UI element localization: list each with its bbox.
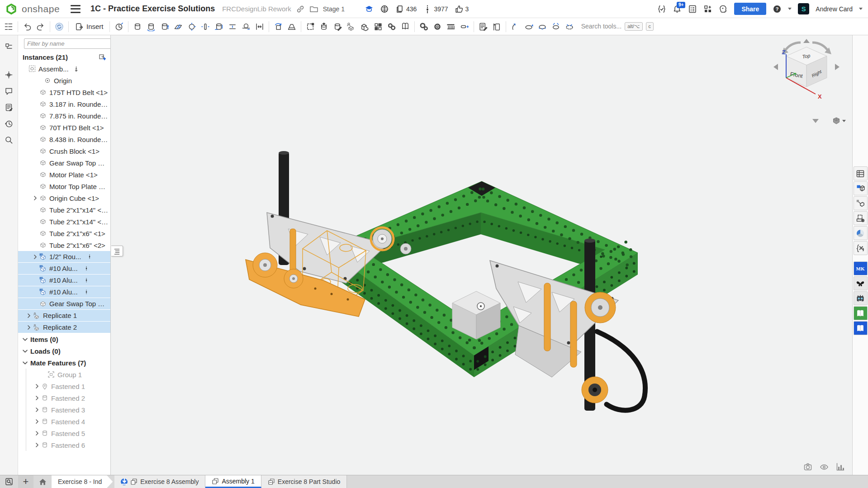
comments-icon[interactable]: [2, 84, 16, 98]
tab-exercise-8-part-studio[interactable]: Exercise 8 Part Studio: [261, 475, 347, 488]
tree-item[interactable]: Fastened 3: [26, 404, 110, 416]
ai-assistant-icon[interactable]: [719, 5, 728, 14]
instances-panel-icon[interactable]: [2, 40, 16, 53]
help-caret-icon[interactable]: [788, 8, 792, 10]
mate-relation-icon[interactable]: [431, 20, 444, 33]
new-tab-button[interactable]: +: [18, 475, 33, 488]
transform-icon[interactable]: [271, 20, 285, 33]
display-states-icon[interactable]: [563, 20, 576, 33]
tree-item[interactable]: Motor Top Plate <1>: [18, 180, 110, 192]
revolute-mate-icon[interactable]: [144, 20, 158, 33]
avatar[interactable]: S: [798, 3, 809, 14]
configuration-dots-icon[interactable]: [87, 253, 92, 260]
tab-exercise-8-ind[interactable]: Exercise 8 - Ind: [52, 475, 113, 488]
expand-chevron-icon[interactable]: [32, 255, 38, 259]
tree-item[interactable]: Origin Cube <1>: [18, 192, 110, 204]
rack-pinion-icon[interactable]: [444, 20, 458, 33]
slider-mate-icon[interactable]: [158, 20, 171, 33]
link-icon[interactable]: [296, 5, 305, 14]
planar-mate-icon[interactable]: [171, 20, 185, 33]
release-notes-icon[interactable]: [2, 100, 16, 114]
tree-item[interactable]: 3.187 in. Rounded Hex...: [18, 98, 110, 110]
blue-library-app-button[interactable]: [854, 321, 868, 335]
search-document-icon[interactable]: [2, 133, 16, 147]
insert-item-icon[interactable]: [490, 20, 503, 33]
tree-item[interactable]: Tube 2"x1"x6" <2>: [18, 239, 110, 251]
tree-item[interactable]: Fastened 1: [26, 380, 110, 392]
search-tabs-button[interactable]: [0, 475, 18, 488]
tree-item[interactable]: Tube 2"x1"x14" <2>: [18, 216, 110, 227]
insert-button[interactable]: Insert: [71, 20, 107, 33]
filter-input[interactable]: [24, 38, 111, 49]
tree-item[interactable]: 1/2" Rou...: [18, 251, 110, 263]
assembly-panel-icon[interactable]: [2, 20, 15, 33]
animate-snap-icon[interactable]: [549, 20, 563, 33]
education-icon[interactable]: [365, 5, 374, 14]
expand-chevron-icon[interactable]: [33, 431, 40, 436]
tree-item[interactable]: 175T HTD Belt <1>: [18, 86, 110, 98]
expand-chevron-icon[interactable]: [33, 443, 40, 447]
tree-item[interactable]: Gear Swap Top Plate ...: [18, 298, 110, 310]
apps-icon[interactable]: [703, 5, 712, 14]
rotate-down-arrow-icon[interactable]: [812, 119, 819, 123]
mkcad-app-button[interactable]: MK: [854, 261, 868, 275]
tree-item[interactable]: 7.875 in. Rounded Hex...: [18, 110, 110, 122]
select-region-icon[interactable]: [304, 20, 317, 33]
section-view-panel-button[interactable]: [854, 211, 868, 225]
bom-panel-button[interactable]: [854, 166, 868, 180]
expand-chevron-icon[interactable]: [33, 396, 40, 400]
section-header[interactable]: Items (0): [18, 333, 110, 345]
main-menu-icon[interactable]: [71, 5, 81, 13]
in-context-icon[interactable]: [358, 20, 371, 33]
measure-distance-icon[interactable]: [285, 20, 299, 33]
pattern-icon[interactable]: [371, 20, 385, 33]
tree-item[interactable]: Origin: [18, 75, 110, 86]
home-tab-button[interactable]: [33, 475, 52, 488]
cylindrical-mate-icon[interactable]: [212, 20, 226, 33]
snapshot-icon[interactable]: [803, 462, 812, 471]
named-positions-icon[interactable]: [536, 20, 549, 33]
appearance-panel-button[interactable]: [854, 226, 868, 240]
render-quality-icon[interactable]: [820, 462, 829, 471]
robot-app-button[interactable]: [854, 291, 868, 305]
collapse-chevron-icon[interactable]: [23, 360, 28, 365]
likes-stat[interactable]: 3: [455, 5, 469, 14]
tree-item[interactable]: 70T HTD Belt <1>: [18, 122, 110, 133]
tree-item[interactable]: 8.438 in. Rounded Hex...: [18, 133, 110, 145]
width-mate-icon[interactable]: [253, 20, 266, 33]
animate-path-icon[interactable]: [508, 20, 522, 33]
public-globe-icon[interactable]: [380, 5, 389, 14]
expand-chevron-icon[interactable]: [25, 325, 32, 330]
fastened-mate-icon[interactable]: [131, 20, 144, 33]
tree-item[interactable]: #10 Alu...: [18, 286, 110, 298]
tree-item[interactable]: Tube 2"x1"x6" <1>: [18, 227, 110, 239]
user-menu-caret-icon[interactable]: [859, 8, 863, 10]
search-tools[interactable]: Search tools... alt/⌥ c: [581, 22, 654, 30]
tasks-icon[interactable]: [688, 5, 697, 14]
expand-chevron-icon[interactable]: [33, 384, 40, 389]
version-check-icon[interactable]: [657, 5, 666, 14]
help-icon[interactable]: ?: [773, 5, 782, 14]
undo-icon[interactable]: [20, 20, 34, 33]
gear-relation-icon[interactable]: [417, 20, 431, 33]
tree-item[interactable]: Fastened 5: [26, 427, 110, 439]
redo-icon[interactable]: [34, 20, 47, 33]
configuration-dots-icon[interactable]: [84, 265, 89, 272]
collapse-chevron-icon[interactable]: [23, 337, 28, 342]
mate-connector-icon[interactable]: [112, 20, 126, 33]
create-part-icon[interactable]: [317, 20, 331, 33]
tree-item[interactable]: Fastened 2: [26, 392, 110, 404]
tree-item[interactable]: #10 Alu...: [18, 263, 110, 275]
featurescript-panel-button[interactable]: [854, 241, 868, 255]
tree-item[interactable]: Replicate 2: [18, 322, 110, 333]
view-menu-button[interactable]: [832, 117, 846, 125]
ball-mate-icon[interactable]: [185, 20, 199, 33]
panel-toggle-button[interactable]: [111, 246, 123, 256]
expand-chevron-icon[interactable]: [32, 196, 38, 200]
screw-relation-icon[interactable]: [458, 20, 471, 33]
butterfly-app-button[interactable]: [854, 276, 868, 290]
tangent-mate-icon[interactable]: [239, 20, 253, 33]
tab-exercise-8-assembly[interactable]: Exercise 8 Assembly: [114, 475, 205, 488]
expand-chevron-icon[interactable]: [33, 419, 40, 424]
performance-icon[interactable]: [836, 462, 845, 471]
